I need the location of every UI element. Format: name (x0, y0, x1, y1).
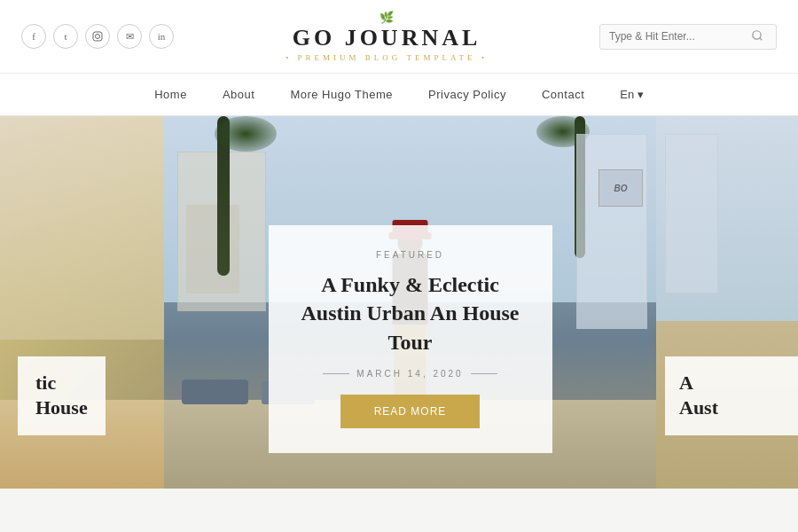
nav-about[interactable]: About (223, 88, 254, 101)
featured-label: FEATURED (301, 250, 520, 260)
featured-title: A Funky & Eclectic Austin Urban An House… (301, 270, 520, 356)
svg-point-1 (96, 35, 100, 39)
slide-right-title: A Aust (679, 371, 784, 421)
slide-left-title: tic House (35, 371, 88, 421)
nav-contact[interactable]: Contact (542, 88, 584, 101)
email-icon[interactable]: ✉ (117, 24, 142, 49)
slide-right[interactable]: A Aust (656, 116, 798, 489)
brand-title[interactable]: GO JOURNAL (174, 25, 599, 51)
featured-date: MARCH 14, 2020 (301, 369, 520, 379)
slide-left[interactable]: tic House (0, 116, 164, 489)
twitter-icon[interactable]: t (53, 24, 78, 49)
svg-point-2 (753, 30, 761, 38)
social-icons-group: f t ✉ in (21, 24, 174, 49)
date-line-left (323, 373, 349, 374)
nav-privacy[interactable]: Privacy Policy (428, 88, 506, 101)
brand-subtitle: • PREMIUM BLOG TEMPLATE • (174, 53, 599, 62)
slide-center[interactable]: BO FEATURED A Funky & Eclectic Austin Ur… (164, 116, 656, 489)
featured-card: FEATURED A Funky & Eclectic Austin Urban… (269, 225, 552, 453)
nav-more-hugo[interactable]: More Hugo Theme (290, 88, 393, 101)
nav-home[interactable]: Home (154, 88, 187, 101)
search-button[interactable] (751, 29, 763, 44)
date-line-right (471, 373, 497, 374)
read-more-button[interactable]: Read More (340, 395, 481, 428)
linkedin-icon[interactable]: in (149, 24, 174, 49)
search-bar[interactable] (599, 24, 777, 50)
facebook-icon[interactable]: f (21, 24, 46, 49)
site-header: f t ✉ in 🌿 GO JOURNAL • PREMIUM BLOG TEM… (0, 0, 798, 74)
nav-language[interactable]: En ▾ (620, 88, 644, 101)
brand-decoration: 🌿 (174, 11, 599, 25)
instagram-icon[interactable] (85, 24, 110, 49)
slide-right-overlay: A Aust (665, 356, 798, 435)
slide-left-overlay: tic House (18, 356, 106, 435)
main-nav: Home About More Hugo Theme Privacy Polic… (0, 74, 798, 116)
brand-logo: 🌿 GO JOURNAL • PREMIUM BLOG TEMPLATE • (174, 11, 599, 62)
featured-slider: tic House BO (0, 116, 798, 489)
search-input[interactable] (609, 30, 751, 43)
svg-rect-0 (93, 32, 102, 41)
